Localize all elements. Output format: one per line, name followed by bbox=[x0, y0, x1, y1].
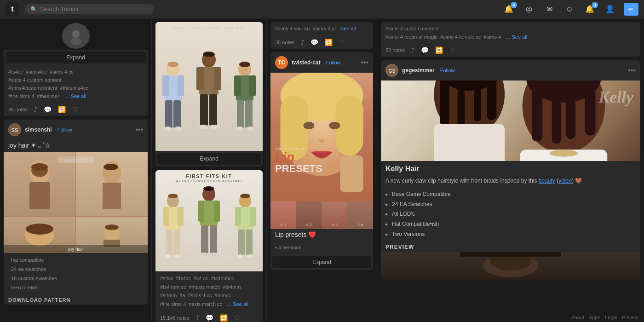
expand-button-lip[interactable]: Expand bbox=[272, 256, 371, 268]
sim-1 bbox=[161, 59, 186, 151]
activity-icon[interactable]: 🔔 3 bbox=[583, 3, 596, 16]
svg-rect-97 bbox=[460, 252, 561, 257]
svg-rect-66 bbox=[246, 230, 253, 255]
svg-point-40 bbox=[236, 126, 243, 131]
svg-point-59 bbox=[210, 253, 218, 256]
beauty-link[interactable]: beauty bbox=[539, 178, 555, 184]
reblog-icon-f2[interactable]: 🔁 bbox=[220, 314, 228, 322]
card-tags-1: Expand #ts4cc #sims4cc #sims 4 cc#sims 4… bbox=[4, 22, 148, 116]
first-fits-label: FIRST FITS KIT ADULT CONVERSION ADD-ONS bbox=[155, 174, 263, 183]
footer-legal[interactable]: Legal bbox=[605, 315, 617, 320]
like-icon-f2[interactable]: ♡ bbox=[234, 314, 240, 322]
username-twistedcat[interactable]: twisted-cat bbox=[292, 59, 321, 66]
svg-point-12 bbox=[26, 224, 53, 235]
top-tags-text-3: #sims 4 wall art #sims 4 pr See all bbox=[270, 22, 373, 36]
share-icon-3t[interactable]: ⤴ bbox=[301, 39, 304, 46]
see-all-fashion[interactable]: … See all bbox=[226, 301, 248, 307]
svg-point-24 bbox=[167, 62, 178, 67]
avatar-top bbox=[62, 23, 90, 49]
expand-button-1[interactable]: Expand bbox=[6, 52, 146, 63]
lip-presets-title: Lip presets ❤️ bbox=[270, 229, 373, 241]
columns-wrap: Expand #ts4cc #sims4cc #sims 4 cc#sims 4… bbox=[0, 18, 644, 322]
feature-ea-swatches-kelly: 24 EA Swatches bbox=[392, 200, 636, 210]
lip-swatches: V 1 V 2 V 3 V 4 bbox=[270, 201, 373, 229]
messages-icon[interactable]: ✉ bbox=[543, 3, 556, 16]
svg-rect-90 bbox=[585, 80, 596, 136]
svg-point-31 bbox=[199, 125, 207, 129]
follow-gege[interactable]: Follow bbox=[440, 68, 455, 73]
simsenshi-watermark: simsenshi bbox=[57, 156, 94, 163]
share-icon-f2[interactable]: ⤴ bbox=[196, 314, 199, 322]
card-header-joy: SS simsenshi Follow ••• bbox=[4, 120, 148, 140]
username-simsenshi[interactable]: simsenshi bbox=[25, 126, 52, 133]
like-icon-1[interactable]: ♡ bbox=[72, 106, 78, 113]
kelly-features: Base Game Compatible 24 EA Swatches All … bbox=[381, 188, 640, 242]
svg-rect-27 bbox=[196, 67, 204, 90]
follow-simsenshi[interactable]: Follow bbox=[58, 127, 72, 132]
sim-2 bbox=[196, 50, 222, 151]
svg-rect-20 bbox=[165, 100, 172, 128]
account-icon[interactable]: 👤 bbox=[604, 3, 616, 16]
share-icon-4t[interactable]: ⤴ bbox=[411, 46, 414, 54]
card-image-top bbox=[4, 22, 148, 50]
joy-hair-features: · hat compatible · 24 ea swatches · 16 c… bbox=[4, 253, 148, 295]
svg-point-58 bbox=[200, 253, 207, 256]
tumblr-logo[interactable]: t bbox=[6, 2, 19, 16]
inbox-icon[interactable]: ☺ bbox=[563, 3, 576, 16]
comment-icon-f2[interactable]: 💬 bbox=[206, 314, 213, 322]
svg-rect-77 bbox=[340, 155, 363, 192]
svg-rect-9 bbox=[103, 183, 121, 209]
reblog-icon-1[interactable]: 🔁 bbox=[58, 106, 66, 113]
svg-point-42 bbox=[239, 62, 250, 67]
svg-point-1 bbox=[70, 38, 81, 45]
hair-grid bbox=[4, 152, 148, 253]
search-bar[interactable]: 🔍 bbox=[25, 4, 154, 14]
search-input[interactable] bbox=[40, 6, 148, 12]
more-options-kelly[interactable]: ••• bbox=[628, 67, 636, 74]
fashion-label-1: ADULT CONVERSION ADD-ONS bbox=[155, 26, 263, 30]
more-options-joy[interactable]: ••• bbox=[135, 126, 143, 133]
see-all-1[interactable]: … See all bbox=[64, 93, 86, 99]
svg-point-23 bbox=[174, 126, 182, 131]
lip-versions-tag: • 4 versions bbox=[270, 241, 373, 255]
svg-point-32 bbox=[210, 125, 218, 129]
follow-twistedcat[interactable]: Follow bbox=[326, 60, 341, 65]
download-label[interactable]: DOWNLOAD PATTERN bbox=[4, 295, 148, 305]
lip-swatch-v4: V 4 bbox=[347, 201, 373, 229]
main-content: Expand #ts4cc #sims4cc #sims 4 cc#sims 4… bbox=[0, 18, 644, 322]
footer-about[interactable]: About bbox=[571, 315, 584, 320]
like-icon-4t[interactable]: ♡ bbox=[449, 46, 455, 54]
top-navigation: t 🔍 🔔 4 ◎ ✉ ☺ 🔔 3 👤 ✏ bbox=[0, 0, 644, 18]
notifications-icon[interactable]: 🔔 4 bbox=[502, 3, 515, 16]
reblog-icon-4t[interactable]: 🔁 bbox=[435, 46, 443, 54]
see-all-4[interactable]: … See all bbox=[505, 34, 527, 40]
svg-rect-28 bbox=[214, 67, 221, 90]
comment-icon-1[interactable]: 💬 bbox=[44, 106, 52, 113]
username-gege[interactable]: gegesimmer bbox=[402, 67, 435, 74]
twistedcat-overlay: TWISTEDCAT Lip PRESETS bbox=[275, 147, 322, 174]
feature-hat: · hat compatible bbox=[8, 257, 44, 263]
notifications-badge: 4 bbox=[511, 2, 517, 8]
card-joy-hair: SS simsenshi Follow ••• joy hair ✶ ₒ ˚☆ … bbox=[4, 120, 148, 304]
more-options-lip[interactable]: ••• bbox=[361, 59, 368, 66]
footer-apps[interactable]: Apps bbox=[589, 315, 600, 320]
notes-top-3: 38 notes bbox=[275, 40, 294, 45]
reblog-icon-3t[interactable]: 🔁 bbox=[325, 39, 333, 46]
versions-text: • 4 versions bbox=[275, 245, 301, 250]
expand-button-2[interactable]: Expand bbox=[157, 153, 261, 165]
video-link[interactable]: video bbox=[558, 178, 572, 184]
comment-icon-4t[interactable]: 💬 bbox=[421, 46, 429, 54]
footer-privacy[interactable]: Privacy bbox=[622, 315, 638, 320]
comment-icon-3t[interactable]: 💬 bbox=[310, 39, 318, 46]
compose-button[interactable]: ✏ bbox=[624, 3, 638, 16]
svg-rect-37 bbox=[249, 75, 256, 96]
nav-icons: 🔔 4 ◎ ✉ ☺ 🔔 3 👤 ✏ bbox=[502, 3, 638, 16]
radar-icon[interactable]: ◎ bbox=[523, 3, 535, 16]
tag-text-4: #sims 4 custom content#sims 4 realm of m… bbox=[385, 26, 504, 40]
see-all-3[interactable]: See all bbox=[340, 26, 356, 31]
svg-point-10 bbox=[104, 164, 118, 170]
share-icon-1[interactable]: ⤴ bbox=[34, 106, 37, 113]
svg-rect-39 bbox=[245, 100, 253, 128]
svg-rect-19 bbox=[178, 75, 184, 96]
like-icon-3t[interactable]: ♡ bbox=[339, 39, 345, 46]
